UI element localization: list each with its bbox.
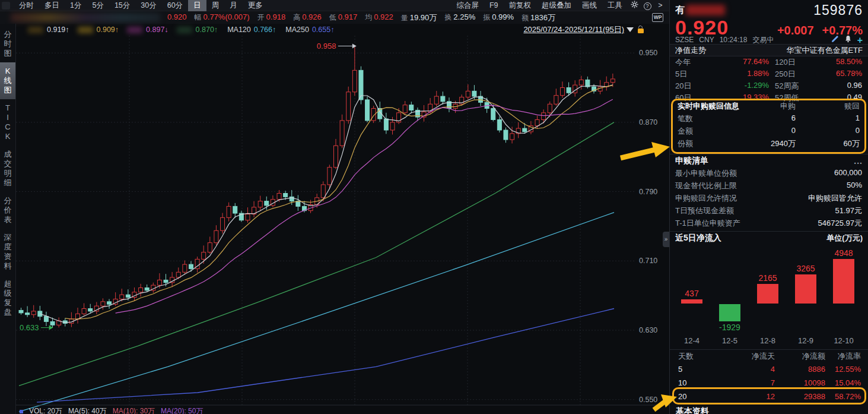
stat-cell: 52周高 xyxy=(775,81,799,91)
sidebar-item-TICK[interactable]: TICK xyxy=(0,99,15,146)
flow-header-cell: 净流率 xyxy=(819,351,861,362)
period-tab-30分[interactable]: 30分 xyxy=(135,0,161,11)
flow-table-row-5[interactable]: 54888612.55% xyxy=(670,365,868,378)
vol-indicator-value: MA(20): 50万 xyxy=(161,406,203,414)
vol-series-dot xyxy=(20,410,23,413)
quote-field-value: 19.90万 xyxy=(410,12,437,23)
toolbar-item-F9[interactable]: F9 xyxy=(484,0,504,11)
lock-icon[interactable] xyxy=(637,26,646,34)
inflow-bar-12-5 xyxy=(719,304,740,321)
stat-cell: 20日 xyxy=(675,81,691,91)
ma250-line xyxy=(37,309,614,403)
help-icon[interactable]: ? xyxy=(642,1,653,10)
inflow-bar-value: 3265 xyxy=(785,264,826,273)
toolbar-item-工具[interactable]: 工具 xyxy=(602,0,628,11)
redemption-cell: 现金替代比例上限 xyxy=(675,181,737,191)
sidebar-item-分价表[interactable]: 分价表 xyxy=(0,192,15,229)
realtime-subscription-section: 实时申购赎回信息申购赎回笔数61金额00份额2940万60万 xyxy=(670,101,868,151)
redemption-cell: 50% xyxy=(847,181,862,189)
redacted-ma-name xyxy=(28,27,43,33)
alert-bell-icon[interactable] xyxy=(844,35,852,45)
subscription-cell: 1 xyxy=(856,113,860,122)
toolbar-item-综合屏[interactable]: 综合屏 xyxy=(451,0,484,11)
subscription-cell: 金额 xyxy=(678,126,693,137)
subscription-header-cell: 赎回 xyxy=(844,101,860,112)
redemption-list-header[interactable]: 申赎清单 ... xyxy=(670,155,868,167)
stat-cell: 0.49 xyxy=(847,93,862,102)
period-tab-日[interactable]: 日 xyxy=(188,0,206,11)
period-tab-5分[interactable]: 5分 xyxy=(87,0,109,11)
stat-cell: 65.78% xyxy=(836,69,862,78)
caret-down-icon[interactable] xyxy=(627,27,634,32)
window-icon xyxy=(2,2,10,10)
quote-field-value: 0.920 xyxy=(167,12,187,21)
quote-panel: 有 159876 0.920 +0.007 +0.77% SZSE CNY 10… xyxy=(669,0,868,414)
edit-icon[interactable] xyxy=(831,35,839,45)
quote-field-value: 0.922 xyxy=(374,12,393,21)
period-tab-60分[interactable]: 60分 xyxy=(162,0,188,11)
period-tab-1分[interactable]: 1分 xyxy=(65,0,87,11)
kline-chart[interactable]: 0.9500.8700.7900.7100.6300.5500.9580.633… xyxy=(16,36,669,414)
quote-field-label: 低 xyxy=(329,12,336,23)
net-inflow-title: 近5日净流入 xyxy=(675,233,721,244)
inflow-bar-value: 4948 xyxy=(823,248,864,258)
period-tab-周[interactable]: 周 xyxy=(206,0,225,11)
sidebar-item-K线图[interactable]: K线图 xyxy=(0,62,15,99)
more-icon[interactable]: ... xyxy=(854,156,863,166)
toolbar-item-画线[interactable]: 画线 xyxy=(577,0,602,11)
subscription-header-cell: 实时申购赎回信息 xyxy=(678,101,739,112)
fund-name: 华宝中证有色金属ETF xyxy=(786,45,863,56)
redemption-row: T-1日单位申赎资产546725.97元 xyxy=(670,218,868,230)
panel-collapse-handle[interactable]: » xyxy=(663,232,669,247)
stat-cell: 58.50% xyxy=(836,57,862,66)
flow-table-row-10[interactable]: 1071009815.04% xyxy=(670,378,868,392)
high-price-annotation: 0.958 xyxy=(317,42,336,50)
period-tab-月[interactable]: 月 xyxy=(224,0,243,11)
inflow-bar-date: 12-9 xyxy=(785,336,826,345)
trading-status: 交易中 xyxy=(752,35,774,45)
stat-cell: 5日 xyxy=(675,69,687,80)
toolbar-item-超级叠加[interactable]: 超级叠加 xyxy=(536,0,577,11)
chevron-right-icon[interactable]: > xyxy=(655,1,666,10)
add-icon[interactable]: + xyxy=(857,36,863,44)
period-tab-多日[interactable]: 多日 xyxy=(39,0,65,11)
ma-value: 0.766↑ xyxy=(254,26,276,34)
symbol-name: 有 xyxy=(675,4,685,17)
sidebar-item-超级复盘[interactable]: 超级复盘 xyxy=(0,275,15,321)
divider xyxy=(670,154,868,154)
toolbar-item-前复权[interactable]: 前复权 xyxy=(504,0,537,11)
divider xyxy=(670,349,868,350)
inflow-bar-12-9 xyxy=(795,274,816,304)
date-range-selector[interactable]: 2025/07/24-2025/12/11(95日) xyxy=(523,24,624,35)
wp-widget[interactable]: WP xyxy=(652,13,669,22)
period-tab-更多[interactable]: 更多 xyxy=(243,0,268,11)
subscription-cell: 6 xyxy=(741,113,796,122)
currency-label: CNY xyxy=(699,36,714,44)
subscription-cell: 60万 xyxy=(844,138,860,149)
redemption-cell: 最小申赎单位份额 xyxy=(675,168,737,179)
tab-basic-info[interactable]: 基本资料 xyxy=(670,406,868,414)
gear-icon[interactable] xyxy=(629,1,640,10)
subscription-cell: 0 xyxy=(856,126,860,135)
sidebar-item-成交明细[interactable]: 成交明细 xyxy=(0,146,15,192)
nav-trend-label: 净值走势 xyxy=(675,45,706,56)
sidebar-item-分时图[interactable]: 分时图 xyxy=(0,26,15,62)
exchange-label: SZSE xyxy=(675,36,694,44)
quote-field: 换2.25% xyxy=(444,12,475,23)
ma5-line xyxy=(40,85,613,323)
volume-indicator-bar: VOL: 20万MA(5): 40万MA(10): 30万MA(20): 50万 xyxy=(20,406,203,414)
flow-table-row-20[interactable]: 20122938858.72% xyxy=(670,392,868,406)
low-price-annotation: 0.633 xyxy=(20,323,39,332)
flow-cell: 10 xyxy=(678,378,686,387)
quote-field-value: 2.25% xyxy=(453,12,475,21)
wp-icon: WP xyxy=(652,13,663,22)
sidebar-item-深度资料[interactable]: 深度资料 xyxy=(0,229,15,275)
kline-svg: 0.9500.8700.7900.7100.6300.5500.9580.633 xyxy=(16,36,669,414)
vol-indicator-value: MA(10): 30万 xyxy=(113,406,155,414)
divider xyxy=(670,231,868,232)
quote-field: 0.920 xyxy=(167,12,187,23)
ma-name: MA250 xyxy=(285,26,309,34)
period-tab-分时[interactable]: 分时 xyxy=(14,0,39,11)
nav-trend-row[interactable]: 净值走势 华宝中证有色金属ETF xyxy=(670,45,868,56)
period-tab-15分[interactable]: 15分 xyxy=(109,0,135,11)
